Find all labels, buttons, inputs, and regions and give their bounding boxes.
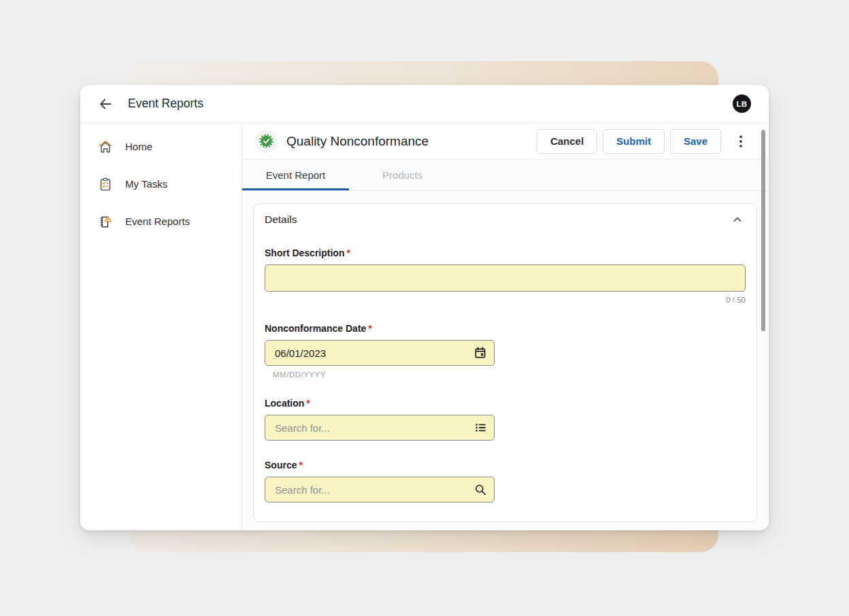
event-reports-icon bbox=[98, 214, 113, 229]
date-format-hint: MM/DD/YYYY bbox=[265, 371, 746, 379]
nonconformance-date-input[interactable] bbox=[265, 340, 495, 366]
submit-button[interactable]: Submit bbox=[603, 129, 665, 154]
sidebar-item-label: Home bbox=[125, 141, 152, 152]
field-label-text: Short Description bbox=[265, 247, 344, 258]
user-avatar[interactable]: LB bbox=[733, 95, 751, 113]
kebab-menu-icon[interactable] bbox=[733, 133, 748, 150]
page-title: Event Reports bbox=[128, 97, 203, 111]
location-label: Location* bbox=[265, 398, 746, 409]
save-button[interactable]: Save bbox=[670, 129, 721, 154]
field-label-text: Location bbox=[265, 398, 304, 409]
home-icon bbox=[98, 139, 113, 154]
field-label-text: Nonconformance Date bbox=[265, 323, 366, 334]
source-label: Source* bbox=[265, 460, 746, 470]
source-field bbox=[265, 477, 495, 502]
details-section-header: Details bbox=[265, 204, 746, 235]
sidebar-item-event-reports[interactable]: Event Reports bbox=[80, 203, 242, 240]
nonconformance-date-field bbox=[265, 340, 495, 366]
required-marker: * bbox=[299, 460, 302, 470]
quality-seal-check-icon bbox=[259, 133, 274, 149]
record-header: Quality Nonconformance Cancel Submit Sav… bbox=[242, 123, 769, 160]
sidebar-item-label: Event Reports bbox=[125, 216, 190, 227]
source-search-input[interactable] bbox=[265, 477, 495, 502]
tab-content: Details Short Description* bbox=[242, 191, 769, 530]
search-icon[interactable] bbox=[473, 483, 487, 496]
short-description-field bbox=[265, 264, 746, 292]
field-label-text: Source bbox=[265, 460, 297, 470]
sidebar-item-my-tasks[interactable]: My Tasks bbox=[80, 165, 242, 203]
app-window: Event Reports LB Home bbox=[80, 85, 769, 530]
short-description-label: Short Description* bbox=[265, 247, 746, 258]
short-description-input[interactable] bbox=[265, 264, 746, 292]
section-title: Details bbox=[265, 213, 297, 226]
list-lookup-icon[interactable] bbox=[474, 422, 487, 434]
required-marker: * bbox=[306, 398, 310, 409]
required-marker: * bbox=[368, 323, 371, 334]
calendar-icon[interactable] bbox=[473, 346, 487, 360]
vertical-scrollbar[interactable] bbox=[761, 130, 765, 331]
back-arrow-icon[interactable] bbox=[98, 97, 113, 112]
record-status-badge bbox=[254, 130, 278, 153]
location-field bbox=[265, 415, 495, 441]
tab-products[interactable]: Products bbox=[349, 160, 456, 190]
nonconformance-date-label: Nonconformance Date* bbox=[265, 323, 746, 334]
tab-bar: Event Report Products bbox=[242, 160, 769, 191]
sidebar-item-label: My Tasks bbox=[125, 178, 167, 190]
location-search-input[interactable] bbox=[265, 415, 495, 441]
chevron-up-icon[interactable] bbox=[729, 211, 746, 228]
sidebar-nav: Home My Tasks bbox=[80, 123, 242, 530]
char-counter: 0 / 50 bbox=[265, 296, 746, 304]
tasks-icon bbox=[98, 177, 113, 192]
record-actions: Cancel Submit Save bbox=[537, 129, 748, 154]
record-title: Quality Nonconformance bbox=[286, 134, 429, 149]
window-body: Home My Tasks bbox=[80, 123, 769, 530]
sidebar-item-home[interactable]: Home bbox=[80, 128, 242, 165]
top-app-bar: Event Reports LB bbox=[80, 85, 769, 123]
cancel-button[interactable]: Cancel bbox=[537, 129, 597, 154]
required-marker: * bbox=[346, 247, 350, 258]
main-panel: Quality Nonconformance Cancel Submit Sav… bbox=[242, 123, 769, 530]
details-section-card: Details Short Description* bbox=[253, 203, 757, 522]
tab-event-report[interactable]: Event Report bbox=[242, 160, 349, 190]
